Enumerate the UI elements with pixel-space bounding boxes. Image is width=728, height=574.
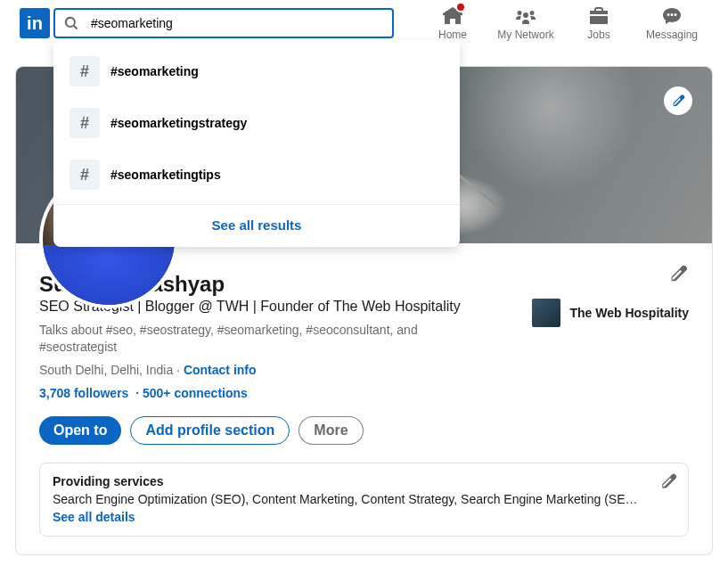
search-box[interactable] bbox=[53, 8, 394, 38]
edit-services-button[interactable] bbox=[659, 472, 677, 494]
suggestion-text: #seomarketingtips bbox=[110, 168, 221, 182]
see-all-details-link[interactable]: See all details bbox=[53, 510, 135, 524]
hashtag-icon: # bbox=[70, 56, 100, 86]
pencil-icon bbox=[659, 472, 677, 490]
search-input[interactable] bbox=[78, 16, 385, 30]
hashtag-icon: # bbox=[70, 108, 100, 138]
suggestion-item[interactable]: # #seomarketingtips bbox=[53, 149, 460, 201]
suggestion-item[interactable]: # #seomarketing bbox=[53, 45, 460, 97]
services-title: Providing services bbox=[53, 474, 638, 488]
pencil-icon bbox=[671, 94, 685, 108]
company-row[interactable]: The Web Hospitality bbox=[532, 299, 689, 327]
edit-cover-button[interactable] bbox=[664, 86, 692, 115]
see-all-results[interactable]: See all results bbox=[53, 204, 460, 247]
logo-text: in bbox=[27, 13, 43, 34]
location-row: South Delhi, Delhi, India · Contact info bbox=[39, 363, 689, 377]
nav-label: Home bbox=[438, 29, 467, 41]
nav-label: Messaging bbox=[646, 29, 698, 41]
stats-row: 3,708 followers · 500+ connections bbox=[39, 386, 689, 400]
suggestion-text: #seomarketingstrategy bbox=[110, 116, 247, 130]
contact-info-link[interactable]: Contact info bbox=[184, 363, 257, 377]
more-button[interactable]: More bbox=[299, 416, 363, 445]
search-dropdown: # #seomarketing # #seomarketingstrategy … bbox=[53, 40, 460, 247]
connections-link[interactable]: 500+ connections bbox=[143, 386, 248, 400]
linkedin-logo[interactable]: in bbox=[20, 8, 50, 38]
top-nav: in # #seomarketing # #seomarketingstrate… bbox=[0, 0, 728, 46]
notification-badge bbox=[455, 2, 466, 12]
suggestion-item[interactable]: # #seomarketingstrategy bbox=[53, 97, 460, 149]
company-logo bbox=[532, 299, 560, 327]
talks-about: Talks about #seo, #seostrategy, #seomark… bbox=[39, 322, 458, 356]
add-section-button[interactable]: Add profile section bbox=[130, 416, 290, 445]
services-box[interactable]: Providing services Search Engine Optimiz… bbox=[39, 463, 689, 537]
nav-network[interactable]: My Network bbox=[489, 5, 562, 41]
nav-label: My Network bbox=[497, 29, 553, 41]
suggestion-text: #seomarketing bbox=[110, 64, 199, 78]
location-text: South Delhi, Delhi, India bbox=[39, 363, 173, 377]
jobs-icon bbox=[588, 5, 609, 27]
nav-home[interactable]: Home bbox=[416, 5, 489, 41]
hashtag-icon: # bbox=[70, 160, 100, 190]
messaging-icon bbox=[661, 5, 683, 27]
open-to-button[interactable]: Open to bbox=[39, 416, 121, 445]
nav-jobs[interactable]: Jobs bbox=[562, 5, 635, 41]
edit-intro-button[interactable] bbox=[664, 259, 692, 288]
company-name: The Web Hospitality bbox=[569, 306, 689, 320]
pencil-icon bbox=[668, 264, 688, 283]
nav-messaging[interactable]: Messaging bbox=[635, 5, 708, 41]
services-text: Search Engine Optimization (SEO), Conten… bbox=[53, 492, 638, 506]
followers-link[interactable]: 3,708 followers bbox=[39, 386, 128, 400]
nav-label: Jobs bbox=[587, 29, 609, 41]
action-buttons: Open to Add profile section More bbox=[39, 416, 689, 445]
search-icon bbox=[64, 16, 78, 30]
network-icon bbox=[515, 5, 536, 27]
